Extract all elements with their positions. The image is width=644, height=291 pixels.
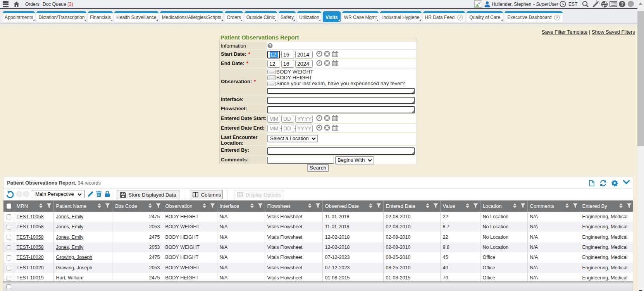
svg-text:?: ? <box>621 2 624 7</box>
svg-text:?: ? <box>269 44 271 48</box>
